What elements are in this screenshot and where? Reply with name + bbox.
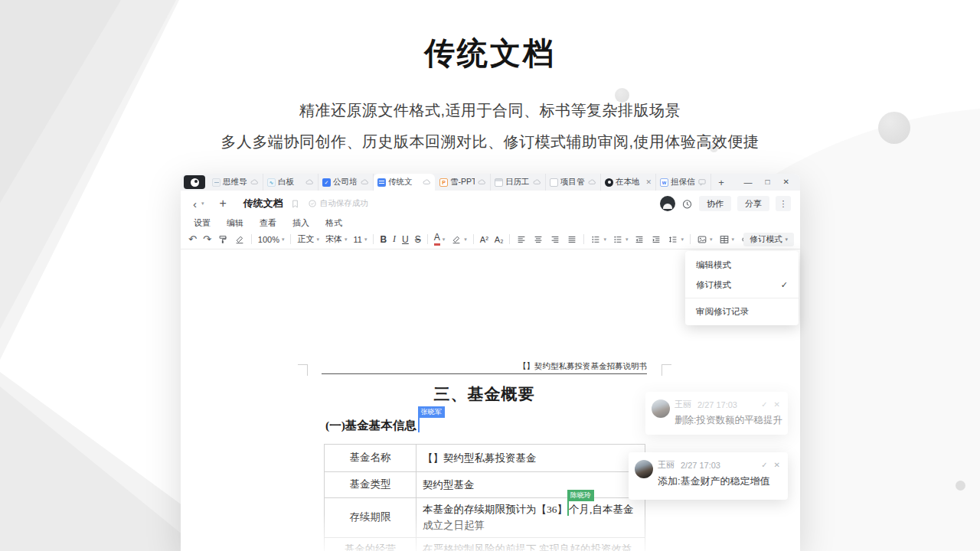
line-height-button[interactable]: ▾ [668, 234, 684, 245]
superscript-button[interactable]: A² [480, 235, 488, 244]
font-color-button[interactable]: A▾ [434, 233, 446, 245]
close-window-button[interactable]: ✕ [783, 178, 789, 186]
align-center-button[interactable] [533, 234, 544, 245]
cloud-icon [422, 178, 431, 187]
chevron-down-icon: ▾ [681, 236, 684, 243]
history-icon[interactable] [681, 198, 693, 210]
collaborate-button[interactable]: 协作 [699, 196, 731, 211]
menu-item-edit-mode[interactable]: 编辑模式 [685, 255, 799, 275]
revision-comment-card[interactable]: 王丽 2/27 17:03 ✓ ✕ 删除:投资数额的平稳提升 [645, 392, 788, 435]
tab-ppt[interactable]: P 雪-PPT [436, 174, 491, 191]
tab-calendar[interactable]: 日历工 [491, 174, 546, 191]
highlight-color-button[interactable]: ▾ [451, 234, 467, 245]
page-subtitle-line2: 多人多端协同创作、历史版本回溯对比、修订模式辅助审阅,使用体验高效便捷 [0, 132, 980, 152]
outdent-button[interactable] [634, 234, 645, 245]
document-toolbar-header: ‹ ▾ + 传统文档 自动保存成功 协作 分享 ⋮ [181, 191, 800, 217]
header-rule [322, 373, 647, 374]
highlight-pen-icon [451, 234, 462, 245]
bullet-list-button[interactable]: ▾ [612, 234, 629, 245]
word-doc-icon: w [660, 178, 668, 187]
margin-mark [662, 364, 662, 376]
font-family-select[interactable]: 宋体▾ [325, 233, 348, 245]
bold-button[interactable]: B [380, 234, 387, 245]
tab-guarantee[interactable]: w 担保信 [656, 174, 711, 191]
format-painter-button[interactable] [217, 234, 228, 245]
revision-mode-button[interactable]: 修订模式 ▾ [743, 233, 794, 246]
check-icon: ✓ [781, 280, 788, 290]
align-right-button[interactable] [550, 234, 560, 245]
more-options-button[interactable]: ⋮ [776, 196, 791, 211]
nav-caret-icon[interactable]: ▾ [201, 201, 204, 207]
tab-mindmap[interactable]: 思维导 [208, 174, 263, 191]
accept-icon[interactable]: ✓ [761, 400, 767, 409]
revision-comment-card[interactable]: 王丽 2/27 17:03 ✓ ✕ 添加:基金财产的稳定增值 [629, 452, 788, 500]
underline-button[interactable]: U [402, 234, 409, 245]
minimize-button[interactable]: — [744, 178, 753, 187]
margin-mark [662, 364, 671, 365]
tab-traditional-doc[interactable]: 传统文 [374, 174, 435, 191]
calendar-icon [495, 178, 503, 187]
comment-text: 删除:投资数额的平稳提升 [675, 414, 780, 427]
menu-insert[interactable]: 插入 [292, 217, 309, 229]
table-row: 基金名称 【】契约型私募投资基金 [325, 445, 645, 472]
tab-strip: 思维导 ∿ 白板 ✓ 公司培 传统文 P 雪-PPT [181, 174, 800, 191]
insert-table-button[interactable]: ▾ [719, 234, 735, 245]
chevron-down-icon: ▾ [364, 236, 368, 243]
chevron-down-icon: ▾ [316, 236, 319, 243]
insert-image-button[interactable]: ▾ [697, 234, 713, 245]
close-icon[interactable]: ✕ [645, 178, 652, 186]
undo-button[interactable]: ↶ [188, 234, 197, 244]
chevron-down-icon: ▾ [282, 236, 285, 243]
comment-time: 2/27 17:03 [697, 400, 737, 409]
strikethrough-button[interactable]: S [415, 234, 421, 245]
menu-view[interactable]: 查看 [260, 217, 276, 229]
redo-button[interactable]: ↷ [203, 234, 211, 244]
ordered-list-button[interactable]: ▾ [590, 234, 606, 245]
align-justify-button[interactable] [567, 234, 577, 245]
chevron-down-icon: ▾ [785, 236, 788, 243]
zoom-select[interactable]: 100%▾ [258, 235, 285, 244]
font-size-select[interactable]: 11▾ [354, 235, 368, 244]
menu-item-revision-mode[interactable]: 修订模式✓ [685, 275, 799, 295]
dismiss-icon[interactable]: ✕ [774, 400, 780, 409]
tab-whiteboard[interactable]: ∿ 白板 [263, 174, 318, 191]
tab-label: 在本地 [616, 177, 643, 187]
checkbox-icon: ✓ [322, 178, 331, 187]
menu-item-review-revisions[interactable]: 审阅修订记录 [685, 302, 799, 321]
row-value: 【】契约型私募投资基金 [416, 445, 645, 471]
subscript-button[interactable]: A₂ [495, 235, 504, 244]
accept-icon[interactable]: ✓ [761, 461, 767, 469]
menu-edit[interactable]: 编辑 [227, 217, 243, 229]
avatar [652, 399, 670, 418]
comment-author: 王丽 [675, 399, 691, 410]
paragraph-style-select[interactable]: 正文▾ [297, 233, 319, 245]
chevron-down-icon: ▾ [603, 236, 606, 243]
indent-button[interactable] [651, 234, 662, 245]
back-button[interactable]: ‹ [193, 198, 197, 210]
share-button[interactable]: 分享 [737, 196, 769, 211]
new-tab-button[interactable]: + [711, 174, 731, 191]
align-left-button[interactable] [516, 234, 527, 245]
new-document-button[interactable]: + [220, 197, 227, 210]
avatar[interactable] [660, 196, 675, 211]
tab-label: 担保信 [671, 177, 695, 187]
whiteboard-icon: ∿ [267, 178, 276, 187]
tab-local-file[interactable]: 在本地 ✕ [601, 174, 656, 191]
app-logo[interactable] [184, 175, 205, 189]
corner-shape-bottom-left-2 [0, 386, 203, 551]
cloud-icon [477, 178, 486, 187]
app-window: 思维导 ∿ 白板 ✓ 公司培 传统文 P 雪-PPT [181, 174, 800, 551]
menu-format[interactable]: 格式 [325, 217, 342, 229]
page-subtitle-line1: 精准还原源文件格式,适用于合同、标书等复杂排版场景 [0, 100, 980, 121]
italic-button[interactable]: I [393, 233, 396, 245]
dismiss-icon[interactable]: ✕ [774, 461, 780, 469]
clear-format-button[interactable] [234, 234, 245, 245]
autosave-status: 自动保存成功 [308, 198, 368, 209]
tab-training[interactable]: ✓ 公司培 [318, 174, 374, 191]
window-controls: — □ ✕ [744, 174, 800, 191]
bookmark-icon[interactable] [290, 199, 300, 209]
maximize-button[interactable]: □ [766, 178, 770, 186]
tab-project[interactable]: 项目管 [546, 174, 601, 191]
menu-settings[interactable]: 设置 [194, 217, 211, 229]
tab-label: 雪-PPT [450, 177, 475, 187]
